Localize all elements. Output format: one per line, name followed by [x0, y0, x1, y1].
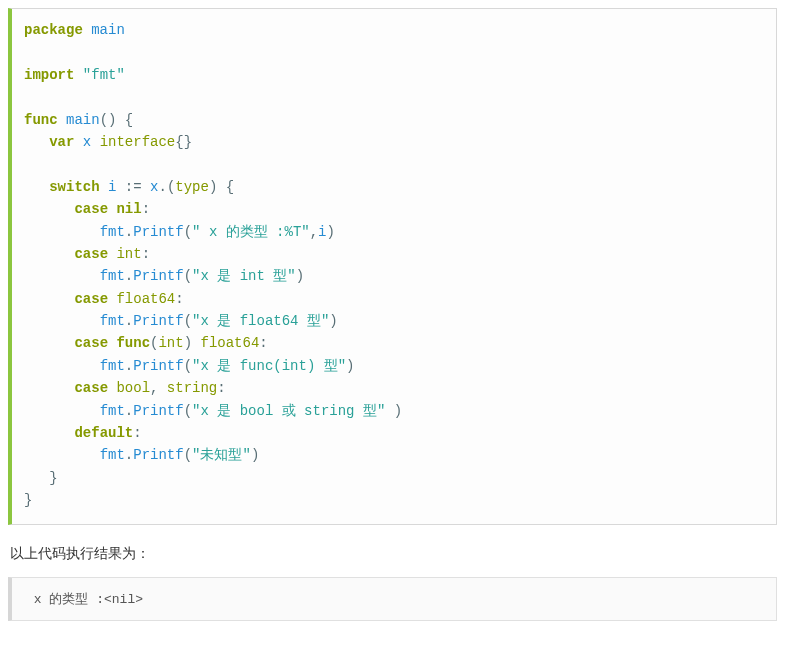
ident-fmt: fmt	[100, 358, 125, 374]
colon: :	[133, 425, 141, 441]
paren: (	[184, 268, 192, 284]
ident-x: x	[83, 134, 91, 150]
brace: }	[24, 492, 32, 508]
ident-fmt: fmt	[100, 224, 125, 240]
brace: {	[125, 112, 133, 128]
paren: (	[184, 313, 192, 329]
paren: (	[184, 403, 192, 419]
func-printf: Printf	[133, 403, 183, 419]
comma: ,	[150, 380, 158, 396]
ident-fmt: fmt	[100, 313, 125, 329]
keyword-import: import	[24, 67, 74, 83]
paren: )	[329, 313, 337, 329]
dot: .	[125, 358, 133, 374]
colon: :	[142, 246, 150, 262]
keyword-nil: nil	[116, 201, 141, 217]
func-printf: Printf	[133, 313, 183, 329]
ident-main: main	[91, 22, 125, 38]
brace: }	[49, 470, 57, 486]
keyword-case: case	[74, 380, 108, 396]
func-printf: Printf	[133, 447, 183, 463]
dot: .	[125, 268, 133, 284]
paren: ()	[100, 112, 117, 128]
result-description: 以上代码执行结果为：	[10, 545, 777, 563]
type-int: int	[116, 246, 141, 262]
paren: )	[296, 268, 304, 284]
keyword-switch: switch	[49, 179, 99, 195]
keyword-func: func	[116, 335, 150, 351]
code-block: package main import "fmt" func main() { …	[8, 8, 777, 525]
type-bool: bool	[116, 380, 150, 396]
type-float64: float64	[200, 335, 259, 351]
string: "x 是 int 型"	[192, 268, 296, 284]
paren: (	[184, 358, 192, 374]
func-printf: Printf	[133, 224, 183, 240]
keyword-func: func	[24, 112, 58, 128]
paren: )	[209, 179, 217, 195]
ident-fmt: fmt	[100, 268, 125, 284]
keyword-case: case	[74, 246, 108, 262]
keyword-case: case	[74, 291, 108, 307]
paren: (	[184, 447, 192, 463]
ident-i: i	[318, 224, 326, 240]
paren: )	[184, 335, 192, 351]
colon: :	[217, 380, 225, 396]
keyword-var: var	[49, 134, 74, 150]
func-printf: Printf	[133, 358, 183, 374]
colon: :	[142, 201, 150, 217]
ident-i: i	[108, 179, 116, 195]
keyword-type: type	[175, 179, 209, 195]
keyword-default: default	[74, 425, 133, 441]
string-fmt: "fmt"	[83, 67, 125, 83]
brace: {}	[175, 134, 192, 150]
dot: .	[125, 403, 133, 419]
dot: .	[125, 447, 133, 463]
keyword-package: package	[24, 22, 83, 38]
dot: .	[125, 313, 133, 329]
string: "未知型"	[192, 447, 251, 463]
type-int: int	[158, 335, 183, 351]
keyword-case: case	[74, 201, 108, 217]
dot: .	[158, 179, 166, 195]
output-block: x 的类型 :<nil>	[8, 577, 777, 621]
ident-fmt: fmt	[100, 447, 125, 463]
paren: )	[327, 224, 335, 240]
keyword-interface: interface	[100, 134, 176, 150]
keyword-case: case	[74, 335, 108, 351]
dot: .	[125, 224, 133, 240]
ident-fmt: fmt	[100, 403, 125, 419]
string: "x 是 float64 型"	[192, 313, 329, 329]
comma: ,	[310, 224, 318, 240]
brace: {	[226, 179, 234, 195]
type-float64: float64	[116, 291, 175, 307]
paren: )	[346, 358, 354, 374]
string: "x 是 bool 或 string 型"	[192, 403, 385, 419]
paren: (	[184, 224, 192, 240]
colon: :	[259, 335, 267, 351]
paren: )	[394, 403, 402, 419]
colon: :	[175, 291, 183, 307]
paren: )	[251, 447, 259, 463]
func-printf: Printf	[133, 268, 183, 284]
operator: :=	[125, 179, 142, 195]
string: " x 的类型 :%T"	[192, 224, 310, 240]
type-string: string	[167, 380, 217, 396]
string: "x 是 func(int) 型"	[192, 358, 346, 374]
ident-main-func: main	[66, 112, 100, 128]
